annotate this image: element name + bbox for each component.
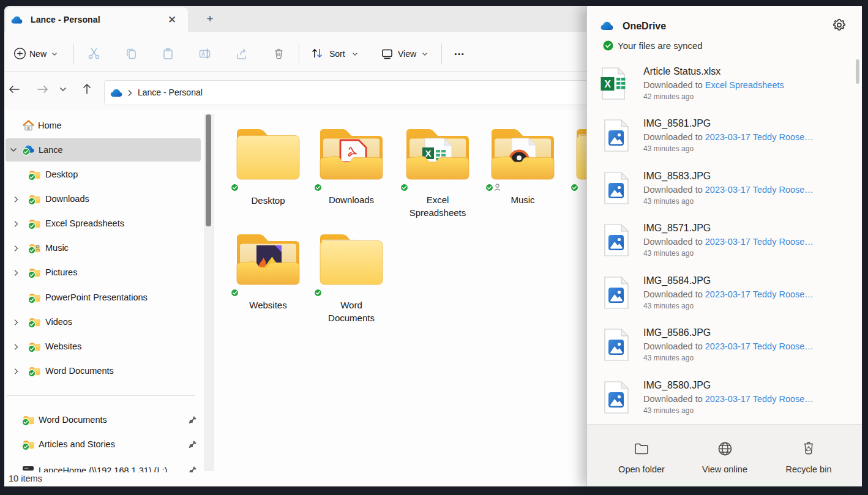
svg-text:X: X <box>604 79 611 89</box>
